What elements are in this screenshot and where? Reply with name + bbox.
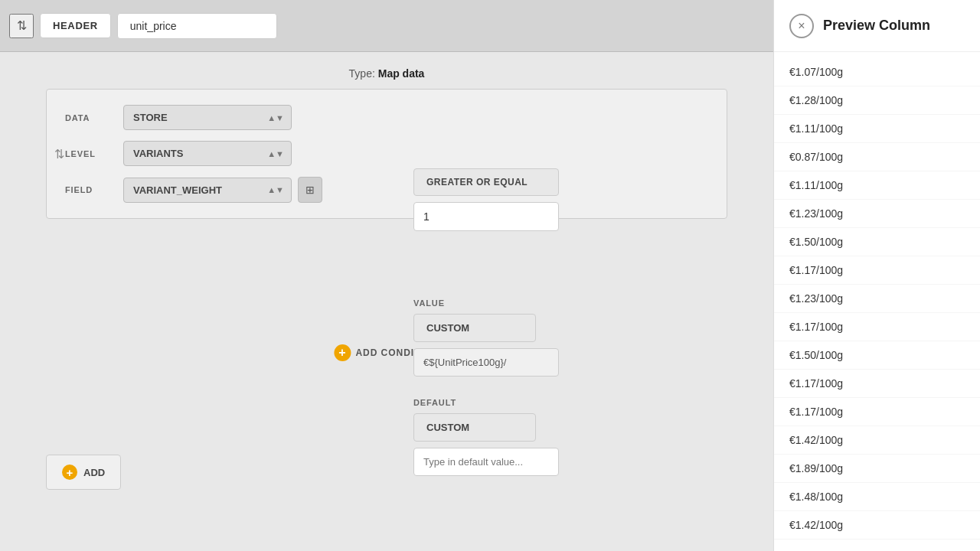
level-row: LEVEL VARIANTS ▲▼ <box>65 141 708 166</box>
preview-list: €1.07/100g€1.28/100g€1.11/100g€0.87/100g… <box>774 52 980 551</box>
preview-item: €1.17/100g <box>774 256 980 285</box>
preview-item: €1.17/100g <box>774 313 980 341</box>
preview-item: €0.87/100g <box>774 143 980 171</box>
default-input[interactable] <box>413 448 559 476</box>
data-select[interactable]: STORE <box>123 105 292 130</box>
sort-arrows-icon: ⇅ <box>17 18 27 33</box>
level-label: LEVEL <box>65 149 111 158</box>
preview-header: × Preview Column <box>774 0 980 52</box>
field-row-wrapper: VARIANT_WEIGHT ▲▼ ⊞ <box>123 177 322 203</box>
header-input[interactable] <box>117 13 277 39</box>
filter-value-input[interactable] <box>413 202 559 231</box>
data-select-wrapper: STORE ▲▼ <box>123 105 292 130</box>
close-preview-button[interactable]: × <box>789 14 814 38</box>
type-value: Map data <box>378 67 425 80</box>
sort-icon-button[interactable]: ⇅ <box>9 14 34 38</box>
preview-item: €1.28/100g <box>774 86 980 115</box>
preview-item: €1.11/100g <box>774 115 980 143</box>
type-row: Type: Map data <box>0 52 773 89</box>
type-label: Type: <box>349 67 375 80</box>
default-custom-badge: CUSTOM <box>413 413 536 442</box>
calculator-icon-button[interactable]: ⊞ <box>298 177 322 203</box>
preview-item: €1.48/100g <box>774 483 980 511</box>
preview-item: €1.42/100g <box>774 426 980 455</box>
drag-handle-icon[interactable]: ⇅ <box>54 147 64 161</box>
calculator-icon: ⊞ <box>305 184 315 196</box>
preview-item: €1.17/100g <box>774 398 980 426</box>
main-area: ⇅ HEADER Type: Map data ⇅ DATA STORE ▲▼ … <box>0 0 773 551</box>
preview-item: €1.50/100g <box>774 228 980 256</box>
field-row: FIELD VARIANT_WEIGHT ▲▼ ⊞ <box>65 177 708 203</box>
preview-item: €1.89/100g <box>774 455 980 483</box>
header-label: HEADER <box>40 13 111 38</box>
add-condition-plus-icon: + <box>334 344 351 361</box>
field-select[interactable]: VARIANT_WEIGHT <box>123 178 292 203</box>
default-section-label: DEFAULT <box>413 398 559 407</box>
add-button[interactable]: + ADD <box>46 455 121 490</box>
preview-item: €1.17/100g <box>774 370 980 398</box>
data-label: DATA <box>65 113 111 122</box>
close-icon: × <box>798 19 805 33</box>
preview-panel: × Preview Column €1.07/100g€1.28/100g€1.… <box>773 0 980 551</box>
level-select[interactable]: VARIANTS <box>123 141 292 166</box>
data-row: DATA STORE ▲▼ <box>65 105 708 130</box>
level-select-wrapper: VARIANTS ▲▼ <box>123 141 292 166</box>
field-label: FIELD <box>65 185 111 194</box>
value-custom-badge: CUSTOM <box>413 314 536 342</box>
preview-item: €1.23/100g <box>774 200 980 228</box>
filter-badge: GREATER OR EQUAL <box>413 168 559 196</box>
value-section-label: VALUE <box>413 298 559 308</box>
preview-item: €1.23/100g <box>774 285 980 313</box>
header-bar: ⇅ HEADER <box>0 0 773 52</box>
config-panel: ⇅ DATA STORE ▲▼ LEVEL VARIANTS ▲▼ FIELD … <box>46 89 727 219</box>
add-button-label: ADD <box>83 467 105 478</box>
template-input[interactable] <box>413 348 559 377</box>
preview-item: €1.50/100g <box>774 341 980 370</box>
preview-item: €1.42/100g <box>774 511 980 540</box>
preview-title: Preview Column <box>823 18 930 34</box>
preview-item: €1.07/100g <box>774 58 980 86</box>
field-select-wrapper: VARIANT_WEIGHT ▲▼ <box>123 178 292 203</box>
preview-item: €1.11/100g <box>774 171 980 200</box>
add-button-plus-icon: + <box>62 465 77 480</box>
